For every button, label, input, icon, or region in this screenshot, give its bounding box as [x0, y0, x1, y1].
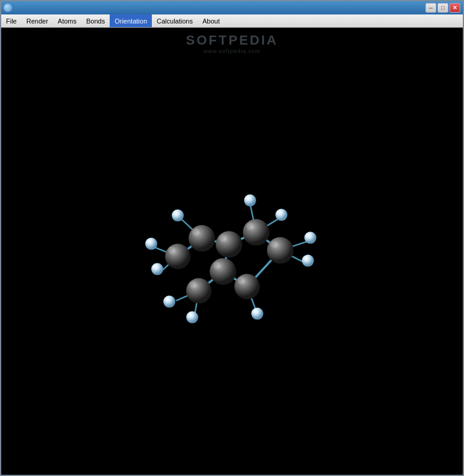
- molecule-viewport[interactable]: SOFTPEDIA www.softpedia.com: [1, 28, 463, 475]
- menu-bonds[interactable]: Bonds: [81, 14, 110, 27]
- atom-carbon-1: [216, 231, 242, 258]
- main-window: ─ □ ✕ File Render Atoms Bonds Orientatio…: [0, 0, 464, 476]
- atom-carbon-4: [210, 258, 236, 285]
- atom-hydrogen-4: [145, 238, 157, 250]
- watermark-brand: SOFTPEDIA: [186, 33, 278, 48]
- atom-carbon-5: [267, 237, 293, 264]
- atom-hydrogen-7: [302, 255, 314, 267]
- atom-hydrogen-1: [244, 195, 256, 207]
- window-controls: ─ □ ✕: [425, 3, 460, 13]
- molecule-svg: [130, 151, 334, 344]
- menu-atoms[interactable]: Atoms: [53, 14, 81, 27]
- menu-orientation[interactable]: Orientation: [110, 14, 152, 27]
- minimize-button[interactable]: ─: [425, 3, 436, 13]
- title-bar: ─ □ ✕: [1, 1, 463, 14]
- atom-highlight-7: [168, 247, 175, 254]
- atom-hydrogen-2: [275, 209, 287, 221]
- atom-hydrogen-5: [151, 263, 163, 275]
- atom-hydrogen-9: [186, 312, 198, 324]
- menu-render[interactable]: Render: [22, 14, 53, 27]
- menu-file[interactable]: File: [1, 14, 22, 27]
- atom-highlight-4: [213, 262, 221, 269]
- atom-highlight-2: [246, 223, 254, 230]
- watermark-url: www.softpedia.com: [186, 48, 278, 54]
- app-icon: [4, 4, 12, 12]
- atom-carbon-3: [189, 225, 215, 252]
- atom-highlight-5: [271, 241, 278, 248]
- atom-hydrogen-3: [172, 210, 184, 222]
- molecule-display: [130, 151, 334, 344]
- atom-carbon-8: [234, 274, 260, 299]
- watermark: SOFTPEDIA www.softpedia.com: [186, 33, 278, 54]
- atom-carbon-9: [186, 278, 212, 304]
- atom-hydrogen-6: [304, 232, 316, 244]
- menu-about[interactable]: About: [198, 14, 225, 27]
- maximize-button[interactable]: □: [437, 3, 448, 13]
- close-button[interactable]: ✕: [450, 3, 460, 13]
- menu-calculations[interactable]: Calculations: [152, 14, 198, 27]
- atom-hydrogen-10: [163, 296, 175, 308]
- atom-hydrogen-8: [251, 308, 263, 320]
- atom-highlight-1: [219, 235, 227, 242]
- atom-carbon-2: [243, 219, 269, 246]
- atom-carbon-7: [165, 244, 190, 269]
- menu-bar: File Render Atoms Bonds Orientation Calc…: [1, 14, 463, 28]
- atom-highlight-3: [192, 229, 199, 236]
- atom-highlight-9: [189, 281, 196, 289]
- atom-highlight-8: [237, 277, 245, 284]
- title-bar-left: [4, 4, 14, 12]
